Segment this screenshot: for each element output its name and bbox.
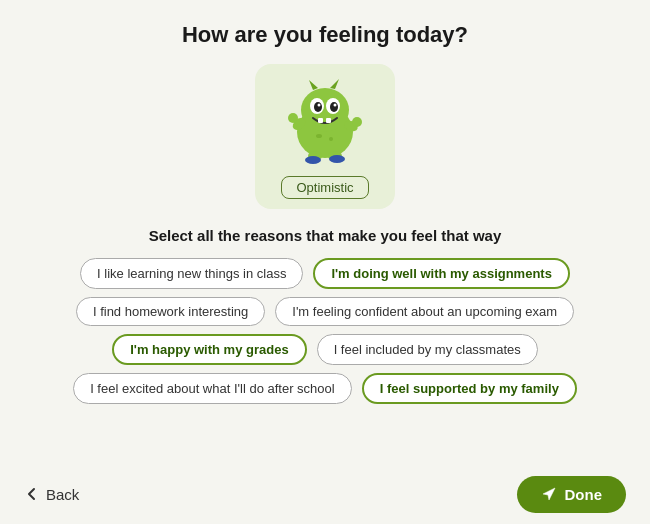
- chip-grades[interactable]: I'm happy with my grades: [112, 334, 306, 365]
- done-label: Done: [565, 486, 603, 503]
- monster-illustration: [275, 74, 375, 174]
- back-button[interactable]: Back: [24, 486, 79, 503]
- bottom-bar: Back Done: [0, 464, 650, 524]
- chip-assignments[interactable]: I'm doing well with my assignments: [313, 258, 570, 289]
- reasons-container: I like learning new things in class I'm …: [0, 258, 650, 404]
- svg-point-21: [329, 137, 333, 141]
- svg-point-4: [314, 102, 322, 112]
- svg-point-15: [352, 117, 362, 127]
- svg-point-18: [305, 156, 321, 164]
- feeling-label: Optimistic: [281, 176, 368, 199]
- back-label: Back: [46, 486, 79, 503]
- subtitle: Select all the reasons that make you fee…: [149, 227, 502, 244]
- send-icon: [541, 486, 557, 502]
- chip-homework[interactable]: I find homework interesting: [76, 297, 265, 326]
- reasons-row-2: I find homework interesting I'm feeling …: [76, 297, 574, 326]
- svg-point-7: [334, 104, 337, 107]
- chip-family[interactable]: I feel supported by my family: [362, 373, 577, 404]
- svg-point-13: [288, 113, 298, 123]
- reasons-row-4: I feel excited about what I'll do after …: [73, 373, 577, 404]
- reasons-row-1: I like learning new things in class I'm …: [80, 258, 570, 289]
- back-arrow-icon: [24, 486, 40, 502]
- svg-marker-9: [330, 79, 339, 89]
- svg-point-19: [329, 155, 345, 163]
- svg-point-5: [330, 102, 338, 112]
- svg-point-6: [318, 104, 321, 107]
- svg-point-1: [301, 88, 349, 132]
- done-button[interactable]: Done: [517, 476, 627, 513]
- svg-marker-8: [309, 80, 318, 90]
- chip-after-school[interactable]: I feel excited about what I'll do after …: [73, 373, 352, 404]
- svg-rect-11: [326, 118, 331, 123]
- feeling-card: Optimistic: [255, 64, 395, 209]
- chip-classmates[interactable]: I feel included by my classmates: [317, 334, 538, 365]
- page-title: How are you feeling today?: [182, 22, 468, 48]
- chip-learning[interactable]: I like learning new things in class: [80, 258, 303, 289]
- chip-confident[interactable]: I'm feeling confident about an upcoming …: [275, 297, 574, 326]
- svg-rect-10: [318, 118, 323, 123]
- svg-point-20: [316, 134, 322, 138]
- reasons-row-3: I'm happy with my grades I feel included…: [112, 334, 538, 365]
